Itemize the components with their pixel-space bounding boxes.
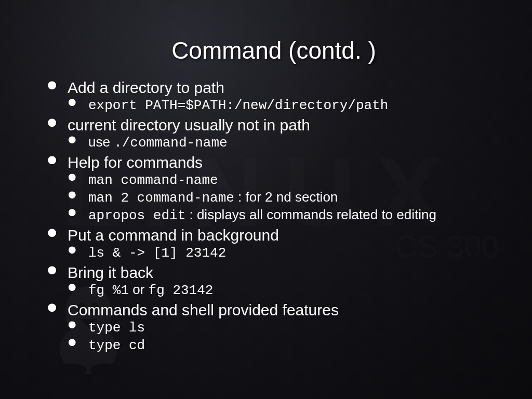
slide-title: Command (contd. ) xyxy=(47,36,501,64)
item-text: current directory usually not in path xyxy=(68,116,310,134)
mid-text: or xyxy=(129,282,149,297)
pre-text: use xyxy=(88,134,114,150)
code-text: ls & -> [1] 23142 xyxy=(88,245,226,261)
list-item: Help for commands man command-name man 2… xyxy=(47,154,501,223)
code-text: man command-name xyxy=(88,172,218,188)
bullet-list: Add a directory to path export PATH=$PAT… xyxy=(47,79,501,353)
sub-item: export PATH=$PATH:/new/directory/path xyxy=(68,97,501,113)
code-text: fg %1 xyxy=(88,283,129,298)
sub-item: type ls xyxy=(68,319,501,336)
list-item: Commands and shell provided features typ… xyxy=(47,301,501,353)
sub-item: type cd xyxy=(68,337,501,353)
sub-item: ls & -> [1] 23142 xyxy=(68,244,501,261)
list-item: Bring it back fg %1 or fg 23142 xyxy=(47,264,501,298)
list-item: Add a directory to path export PATH=$PAT… xyxy=(47,79,501,113)
item-text: Commands and shell provided features xyxy=(68,301,339,318)
sub-item: man command-name xyxy=(68,171,501,188)
post-text: : for 2 nd section xyxy=(234,189,338,205)
list-item: current directory usually not in path us… xyxy=(47,116,501,151)
code-text: export PATH=$PATH:/new/directory/path xyxy=(88,98,388,113)
code-text: man 2 command-name xyxy=(88,190,234,206)
code-text: apropos edit xyxy=(88,208,185,223)
item-text: Bring it back xyxy=(68,264,153,281)
slide-content: Command (contd. ) Add a directory to pat… xyxy=(0,0,532,377)
sub-item: apropos edit : displays all commands rel… xyxy=(68,207,501,223)
post-text: : displays all commands related to editi… xyxy=(185,207,436,222)
sub-item: fg %1 or fg 23142 xyxy=(68,282,501,298)
item-text: Help for commands xyxy=(68,154,203,171)
item-text: Put a command in background xyxy=(68,227,279,244)
code-text: type ls xyxy=(88,320,145,336)
list-item: Put a command in background ls & -> [1] … xyxy=(47,227,501,261)
code-text: type cd xyxy=(88,338,145,353)
sub-item: man 2 command-name : for 2 nd section xyxy=(68,189,501,206)
sub-item: use ./command-name xyxy=(68,134,501,151)
code-text: fg 23142 xyxy=(149,283,214,298)
item-text: Add a directory to path xyxy=(68,79,224,96)
code-text: ./command-name xyxy=(114,135,227,151)
